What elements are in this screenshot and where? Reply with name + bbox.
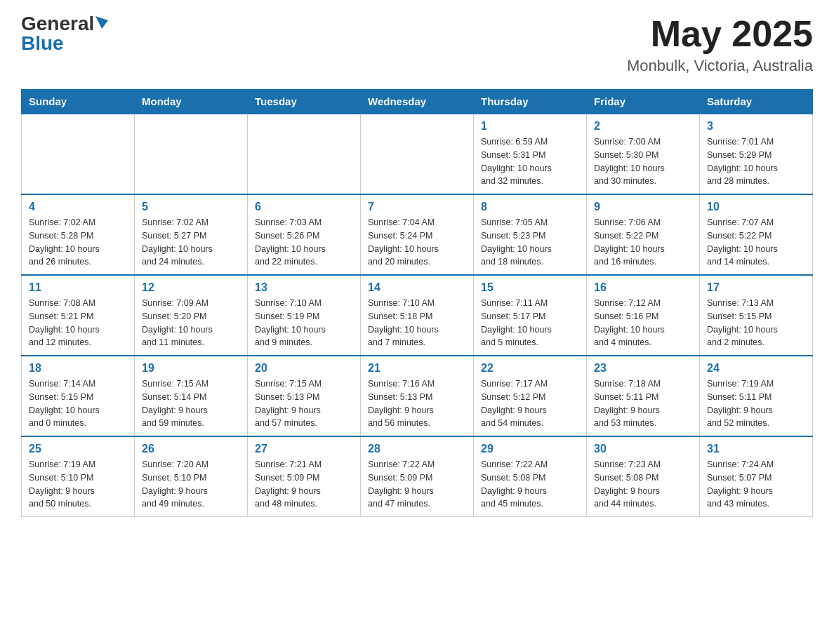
- calendar-cell: 27Sunrise: 7:21 AMSunset: 5:09 PMDayligh…: [248, 436, 361, 517]
- logo: General Blue: [21, 14, 108, 53]
- calendar-cell: 14Sunrise: 7:10 AMSunset: 5:18 PMDayligh…: [361, 275, 474, 356]
- day-number: 11: [29, 281, 127, 294]
- day-number: 8: [481, 201, 579, 213]
- day-number: 27: [255, 443, 353, 455]
- day-number: 5: [142, 201, 240, 213]
- day-number: 28: [368, 443, 466, 455]
- day-number: 13: [255, 281, 353, 294]
- day-number: 18: [29, 362, 127, 375]
- calendar-cell: 5Sunrise: 7:02 AMSunset: 5:27 PMDaylight…: [135, 194, 248, 275]
- day-number: 6: [255, 201, 353, 213]
- day-info: Sunrise: 7:17 AMSunset: 5:12 PMDaylight:…: [481, 377, 579, 430]
- column-header-sunday: Sunday: [22, 90, 135, 114]
- day-number: 25: [29, 443, 127, 455]
- calendar-cell: 31Sunrise: 7:24 AMSunset: 5:07 PMDayligh…: [700, 436, 813, 517]
- day-info: Sunrise: 7:18 AMSunset: 5:11 PMDaylight:…: [594, 377, 692, 430]
- day-number: 23: [594, 362, 692, 375]
- calendar-cell: 24Sunrise: 7:19 AMSunset: 5:11 PMDayligh…: [700, 356, 813, 436]
- calendar-cell: 12Sunrise: 7:09 AMSunset: 5:20 PMDayligh…: [135, 275, 248, 356]
- day-info: Sunrise: 7:02 AMSunset: 5:27 PMDaylight:…: [142, 216, 240, 269]
- day-info: Sunrise: 7:04 AMSunset: 5:24 PMDaylight:…: [368, 216, 466, 269]
- day-info: Sunrise: 7:00 AMSunset: 5:30 PMDaylight:…: [594, 135, 692, 188]
- day-info: Sunrise: 7:02 AMSunset: 5:28 PMDaylight:…: [29, 216, 127, 269]
- week-row-5: 25Sunrise: 7:19 AMSunset: 5:10 PMDayligh…: [22, 436, 813, 517]
- calendar-cell: [248, 114, 361, 194]
- day-info: Sunrise: 7:22 AMSunset: 5:08 PMDaylight:…: [481, 458, 579, 511]
- day-info: Sunrise: 7:14 AMSunset: 5:15 PMDaylight:…: [29, 377, 127, 430]
- day-number: 9: [594, 201, 692, 213]
- calendar-cell: 18Sunrise: 7:14 AMSunset: 5:15 PMDayligh…: [22, 356, 135, 436]
- day-info: Sunrise: 7:08 AMSunset: 5:21 PMDaylight:…: [29, 297, 127, 349]
- day-info: Sunrise: 7:24 AMSunset: 5:07 PMDaylight:…: [707, 458, 805, 511]
- day-info: Sunrise: 7:15 AMSunset: 5:13 PMDaylight:…: [255, 377, 353, 430]
- week-row-1: 1Sunrise: 6:59 AMSunset: 5:31 PMDaylight…: [22, 114, 813, 194]
- calendar-cell: 3Sunrise: 7:01 AMSunset: 5:29 PMDaylight…: [700, 114, 813, 194]
- day-number: 24: [707, 362, 805, 375]
- day-number: 10: [707, 201, 805, 213]
- logo-general-text: General: [21, 14, 94, 34]
- day-info: Sunrise: 7:10 AMSunset: 5:19 PMDaylight:…: [255, 297, 353, 349]
- calendar-cell: 11Sunrise: 7:08 AMSunset: 5:21 PMDayligh…: [22, 275, 135, 356]
- title-block: May 2025 Monbulk, Victoria, Australia: [627, 14, 813, 75]
- day-number: 30: [594, 443, 692, 455]
- day-number: 16: [594, 281, 692, 294]
- day-info: Sunrise: 7:11 AMSunset: 5:17 PMDaylight:…: [481, 297, 579, 349]
- calendar-cell: 7Sunrise: 7:04 AMSunset: 5:24 PMDaylight…: [361, 194, 474, 275]
- day-number: 22: [481, 362, 579, 375]
- day-info: Sunrise: 7:23 AMSunset: 5:08 PMDaylight:…: [594, 458, 692, 511]
- day-info: Sunrise: 6:59 AMSunset: 5:31 PMDaylight:…: [481, 135, 579, 188]
- day-info: Sunrise: 7:12 AMSunset: 5:16 PMDaylight:…: [594, 297, 692, 349]
- logo-arrow-icon: [95, 16, 108, 29]
- page-header: General Blue May 2025 Monbulk, Victoria,…: [21, 14, 813, 75]
- calendar-cell: 25Sunrise: 7:19 AMSunset: 5:10 PMDayligh…: [22, 436, 135, 517]
- calendar-cell: 21Sunrise: 7:16 AMSunset: 5:13 PMDayligh…: [361, 356, 474, 436]
- day-number: 29: [481, 443, 579, 455]
- day-info: Sunrise: 7:15 AMSunset: 5:14 PMDaylight:…: [142, 377, 240, 430]
- calendar-cell: [22, 114, 135, 194]
- day-info: Sunrise: 7:21 AMSunset: 5:09 PMDaylight:…: [255, 458, 353, 511]
- calendar-cell: 17Sunrise: 7:13 AMSunset: 5:15 PMDayligh…: [700, 275, 813, 356]
- column-header-wednesday: Wednesday: [361, 90, 474, 114]
- calendar-header-row: SundayMondayTuesdayWednesdayThursdayFrid…: [22, 90, 813, 114]
- day-number: 3: [707, 120, 805, 133]
- calendar-cell: 15Sunrise: 7:11 AMSunset: 5:17 PMDayligh…: [474, 275, 587, 356]
- day-info: Sunrise: 7:09 AMSunset: 5:20 PMDaylight:…: [142, 297, 240, 349]
- day-info: Sunrise: 7:20 AMSunset: 5:10 PMDaylight:…: [142, 458, 240, 511]
- calendar-cell: 6Sunrise: 7:03 AMSunset: 5:26 PMDaylight…: [248, 194, 361, 275]
- day-number: 19: [142, 362, 240, 375]
- calendar-cell: 30Sunrise: 7:23 AMSunset: 5:08 PMDayligh…: [587, 436, 700, 517]
- day-info: Sunrise: 7:13 AMSunset: 5:15 PMDaylight:…: [707, 297, 805, 349]
- day-info: Sunrise: 7:05 AMSunset: 5:23 PMDaylight:…: [481, 216, 579, 269]
- calendar-cell: [361, 114, 474, 194]
- day-number: 4: [29, 201, 127, 213]
- day-number: 26: [142, 443, 240, 455]
- week-row-3: 11Sunrise: 7:08 AMSunset: 5:21 PMDayligh…: [22, 275, 813, 356]
- month-year-heading: May 2025: [627, 14, 813, 54]
- day-info: Sunrise: 7:22 AMSunset: 5:09 PMDaylight:…: [368, 458, 466, 511]
- column-header-thursday: Thursday: [474, 90, 587, 114]
- week-row-2: 4Sunrise: 7:02 AMSunset: 5:28 PMDaylight…: [22, 194, 813, 275]
- day-number: 21: [368, 362, 466, 375]
- calendar-table: SundayMondayTuesdayWednesdayThursdayFrid…: [21, 89, 813, 517]
- column-header-friday: Friday: [587, 90, 700, 114]
- day-info: Sunrise: 7:07 AMSunset: 5:22 PMDaylight:…: [707, 216, 805, 269]
- calendar-cell: 16Sunrise: 7:12 AMSunset: 5:16 PMDayligh…: [587, 275, 700, 356]
- day-number: 14: [368, 281, 466, 294]
- day-info: Sunrise: 7:19 AMSunset: 5:11 PMDaylight:…: [707, 377, 805, 430]
- location-text: Monbulk, Victoria, Australia: [627, 57, 813, 75]
- calendar-cell: 9Sunrise: 7:06 AMSunset: 5:22 PMDaylight…: [587, 194, 700, 275]
- day-info: Sunrise: 7:01 AMSunset: 5:29 PMDaylight:…: [707, 135, 805, 188]
- calendar-cell: 28Sunrise: 7:22 AMSunset: 5:09 PMDayligh…: [361, 436, 474, 517]
- calendar-cell: 1Sunrise: 6:59 AMSunset: 5:31 PMDaylight…: [474, 114, 587, 194]
- calendar-cell: 29Sunrise: 7:22 AMSunset: 5:08 PMDayligh…: [474, 436, 587, 517]
- day-number: 31: [707, 443, 805, 455]
- calendar-cell: 13Sunrise: 7:10 AMSunset: 5:19 PMDayligh…: [248, 275, 361, 356]
- day-number: 17: [707, 281, 805, 294]
- day-number: 15: [481, 281, 579, 294]
- day-number: 2: [594, 120, 692, 133]
- day-info: Sunrise: 7:03 AMSunset: 5:26 PMDaylight:…: [255, 216, 353, 269]
- day-info: Sunrise: 7:19 AMSunset: 5:10 PMDaylight:…: [29, 458, 127, 511]
- week-row-4: 18Sunrise: 7:14 AMSunset: 5:15 PMDayligh…: [22, 356, 813, 436]
- calendar-cell: [135, 114, 248, 194]
- day-info: Sunrise: 7:06 AMSunset: 5:22 PMDaylight:…: [594, 216, 692, 269]
